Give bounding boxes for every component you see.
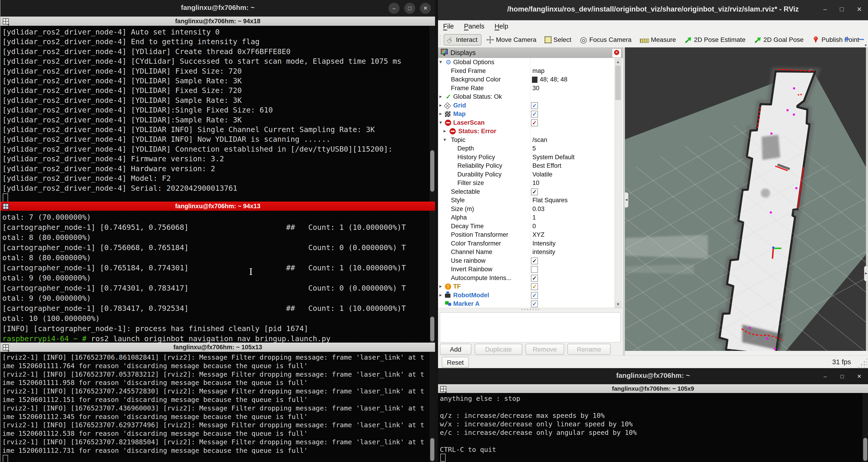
- rename-button[interactable]: Rename: [567, 344, 611, 355]
- checkbox[interactable]: ✓: [531, 292, 538, 299]
- display-row-style[interactable]: StyleFlat Squares: [438, 196, 623, 205]
- toolbar-grip-icon[interactable]: [439, 34, 441, 45]
- pane3-scrollbar[interactable]: [430, 352, 435, 462]
- toolbar-overflow-icon[interactable]: ▾: [865, 43, 867, 47]
- minimize-icon[interactable]: –: [823, 5, 827, 13]
- expander-icon[interactable]: ▸: [439, 292, 442, 298]
- maximize-icon[interactable]: □: [404, 3, 415, 14]
- pane1-terminal[interactable]: [ydlidar_ros2_driver_node-4] Auto set in…: [0, 26, 429, 202]
- tool-interact[interactable]: ☞Interact: [443, 34, 482, 45]
- display-row-filter-size[interactable]: Filter size10: [438, 179, 623, 188]
- checkbox[interactable]: ✓: [531, 111, 538, 118]
- right-panel-strip[interactable]: ▶: [866, 47, 868, 351]
- resize-grip-icon[interactable]: [858, 358, 867, 367]
- pane2-titlebar[interactable]: fanglinxu@fx706hm: ~ 94x13: [0, 202, 435, 211]
- row-value[interactable]: intensity: [532, 249, 555, 256]
- expander-icon[interactable]: ▸: [439, 111, 442, 117]
- tool-publish-point[interactable]: Publish Point: [809, 34, 863, 45]
- close-icon[interactable]: ✕: [857, 5, 862, 13]
- remove-tool-button[interactable]: −: [858, 34, 864, 45]
- row-value[interactable]: System Default: [532, 154, 575, 161]
- reset-button[interactable]: Reset: [442, 357, 469, 368]
- expand-right-panel-icon[interactable]: ▶: [864, 266, 868, 281]
- display-row-history-policy[interactable]: History PolicySystem Default: [438, 153, 623, 162]
- checkbox[interactable]: ✓: [531, 283, 538, 290]
- displays-scrollbar[interactable]: ▲ ▼: [615, 59, 622, 308]
- 3d-viewport[interactable]: ◀: [625, 47, 866, 351]
- tool-2d-pose-estimate[interactable]: 2D Pose Estimate: [682, 34, 749, 45]
- add-tool-button[interactable]: +: [844, 34, 850, 45]
- menu-help[interactable]: Help: [494, 23, 508, 30]
- tool-measure[interactable]: Measure: [638, 35, 680, 45]
- display-row-reliability-policy[interactable]: Reliability PolicyBest Effort: [438, 162, 623, 170]
- minimize-icon[interactable]: –: [820, 372, 830, 383]
- teleop-scrollbar[interactable]: [863, 393, 868, 462]
- pane3-terminal[interactable]: [rviz2-1] [INFO] [1676523706.861082841] …: [0, 352, 429, 462]
- displays-panel-header[interactable]: Displays: [438, 47, 623, 58]
- display-row-autocompute-intens[interactable]: Autocompute Intens...✓: [438, 274, 623, 283]
- expander-icon[interactable]: ▾: [443, 137, 446, 142]
- maximize-icon[interactable]: □: [840, 5, 844, 13]
- display-row-tf[interactable]: ▸!TF✓: [438, 282, 623, 291]
- row-value[interactable]: 0.03: [532, 205, 545, 212]
- panel-close-icon[interactable]: [612, 48, 621, 58]
- remove-button[interactable]: Remove: [526, 344, 564, 355]
- pane3-titlebar[interactable]: fanglinxu@fx706hm: ~ 105x13: [0, 342, 435, 352]
- display-row-robotmodel[interactable]: ▸RobotModel✓: [438, 291, 623, 300]
- add-button[interactable]: Add: [440, 344, 471, 355]
- duplicate-button[interactable]: Duplicate: [475, 344, 522, 355]
- row-value[interactable]: XYZ: [532, 231, 545, 238]
- teleop-terminal[interactable]: anything else : stop q/z : increase/decr…: [438, 393, 862, 462]
- expander-icon[interactable]: ▾: [439, 120, 442, 125]
- checkbox[interactable]: ✓: [531, 120, 538, 126]
- teleop-window-titlebar[interactable]: fanglinxu@fx706hm: ~ – □ ✕: [438, 368, 868, 384]
- left-window-titlebar[interactable]: fanglinxu@fx706hm: ~ – □ ✕: [0, 0, 435, 16]
- display-row-color-transformer[interactable]: Color TransformerIntensity: [438, 239, 623, 248]
- row-value[interactable]: 30: [532, 85, 539, 92]
- pane1-scrollbar[interactable]: [430, 26, 435, 202]
- tool-focus-camera[interactable]: ◎Focus Camera: [577, 34, 635, 45]
- color-swatch[interactable]: [532, 77, 537, 83]
- close-icon[interactable]: ✕: [855, 372, 864, 383]
- pane2-scrollbar[interactable]: [430, 211, 435, 342]
- expander-icon[interactable]: ▾: [439, 59, 442, 65]
- display-row-topic[interactable]: ▾Topic/scan: [438, 136, 623, 144]
- row-value[interactable]: 5: [532, 145, 536, 152]
- display-row-grid[interactable]: ▸Grid✓: [438, 101, 623, 110]
- display-row-laserscan[interactable]: ▾LaserScan✓: [438, 119, 623, 127]
- display-row-status-error[interactable]: ▸Status: Error: [438, 127, 623, 136]
- row-value[interactable]: 48; 48; 48: [540, 76, 567, 83]
- expander-icon[interactable]: ▸: [439, 102, 442, 108]
- menu-panels[interactable]: Panels: [464, 23, 485, 30]
- display-row-alpha[interactable]: Alpha1: [438, 213, 623, 222]
- close-icon[interactable]: ✕: [420, 3, 431, 14]
- row-value[interactable]: Intensity: [532, 240, 556, 247]
- display-row-channel-name[interactable]: Channel Nameintensity: [438, 248, 623, 257]
- display-row-global-options[interactable]: ▾⚙Global Options: [438, 58, 623, 67]
- expander-icon[interactable]: ▸: [439, 284, 442, 289]
- display-row-selectable[interactable]: Selectable✓: [438, 188, 623, 196]
- tool-select[interactable]: Select: [542, 35, 575, 45]
- checkbox[interactable]: ✓: [531, 258, 538, 264]
- row-value[interactable]: 1: [532, 214, 536, 221]
- pane2-terminal[interactable]: otal: 7 (70.000000%)[cartographer_node-1…: [0, 211, 429, 342]
- maximize-icon[interactable]: □: [838, 372, 847, 383]
- rviz-titlebar[interactable]: /home/fanglinxu/ros_dev/install/originbo…: [438, 0, 868, 20]
- expander-icon[interactable]: ▸: [439, 94, 442, 99]
- display-row-background-color[interactable]: Background Color48; 48; 48: [438, 75, 623, 84]
- checkbox[interactable]: ✓: [531, 300, 538, 307]
- row-value[interactable]: map: [532, 67, 545, 74]
- display-row-durability-policy[interactable]: Durability PolicyVolatile: [438, 170, 623, 179]
- collapse-left-panel-icon[interactable]: ◀: [624, 192, 628, 207]
- row-value[interactable]: 0: [532, 223, 536, 230]
- checkbox[interactable]: ✓: [531, 275, 538, 282]
- scroll-handle[interactable]: [615, 66, 621, 100]
- tool-2d-goal-pose[interactable]: 2D Goal Pose: [751, 34, 807, 45]
- row-value[interactable]: 10: [532, 179, 539, 187]
- display-row-fixed-frame[interactable]: Fixed Framemap: [438, 67, 623, 75]
- display-row-frame-rate[interactable]: Frame Rate30: [438, 84, 623, 93]
- minimize-icon[interactable]: –: [389, 3, 400, 14]
- display-row-invert-rainbow[interactable]: Invert Rainbow: [438, 265, 623, 274]
- scroll-down-icon[interactable]: ▼: [615, 301, 621, 308]
- tool-move-camera[interactable]: Move Camera: [484, 34, 540, 45]
